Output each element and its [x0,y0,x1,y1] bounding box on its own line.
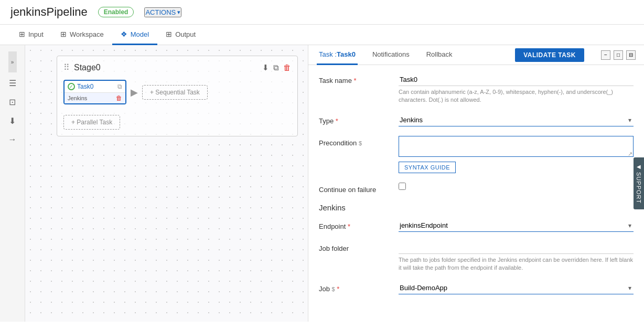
panel-notifications-label: Notifications [372,50,410,58]
model-icon: ❖ [121,30,127,38]
panel-tab-task[interactable]: Task :Task0 [317,45,358,65]
workspace-icon: ⊞ [60,30,67,38]
actions-button[interactable]: ACTIONS [144,7,181,17]
validate-task-button[interactable]: VALIDATE TASK [515,48,584,62]
endpoint-field-content: jenkinsEndpoint ▾ [399,219,634,232]
endpoint-label: Endpoint * [319,219,392,230]
job-folder-hint: The path to jobs folder specified in the… [399,256,634,272]
task-card-header: ✓ Task0 ⧉ [65,81,125,92]
job-label: Job $ * [319,282,392,293]
task-name-label: Task name * [319,73,392,84]
task-name-field-row: Task name * Can contain alphanumeric (a-… [319,73,634,104]
panel-tab-notifications[interactable]: Notifications [370,45,412,65]
task-card[interactable]: ✓ Task0 ⧉ Jenkins 🗑 [63,80,126,104]
task-row: ✓ Task0 ⧉ Jenkins 🗑 ▶ + Sequential Task [63,80,291,104]
job-select-wrapper: Build-DemoApp ▾ [399,282,634,294]
endpoint-select[interactable]: jenkinsEndpoint [399,219,634,232]
sidebar-icon-download[interactable]: ⬇ [3,112,22,129]
add-sequential-task-button[interactable]: + Sequential Task [142,85,208,100]
panel-task-ref: Task0 [337,50,356,58]
type-field-content: Jenkins ▾ [399,114,634,126]
task-card-name: Task0 [77,83,115,90]
endpoint-field-row: Endpoint * jenkinsEndpoint ▾ [319,219,634,232]
tab-input[interactable]: ⊞ Input [10,25,52,45]
continue-failure-field-row: Continue on failure [319,183,634,194]
tab-workspace[interactable]: ⊞ Workspace [52,25,112,45]
sidebar-icons: » ☰ ⊡ ⬇ → [0,45,25,322]
continue-failure-field-content [399,183,634,192]
syntax-guide-button[interactable]: SYNTAX GUIDE [399,162,456,173]
tab-output-label: Output [175,30,196,38]
panel-window-buttons: − □ ⊟ [601,50,636,60]
task-type-row: Jenkins 🗑 [65,92,125,103]
endpoint-select-wrapper: jenkinsEndpoint ▾ [399,219,634,232]
task-copy-icon[interactable]: ⧉ [117,83,122,90]
type-label: Type * [319,114,392,125]
drag-handle-icon[interactable]: ⠿ [63,62,70,72]
type-field-row: Type * Jenkins ▾ [319,114,634,126]
panel-content: Task name * Can contain alphanumeric (a-… [308,65,644,322]
continue-failure-checkbox[interactable] [399,183,406,190]
task-name-hint: Can contain alphanumeric (a-z, A-Z, 0-9)… [399,88,634,104]
job-folder-field-content: The path to jobs folder specified in the… [399,241,634,272]
panel-header: Task :Task0 Notifications Rollback VALID… [308,45,644,65]
precondition-textarea-wrapper: ↗ [399,136,634,158]
connector-arrow-icon: ▶ [131,87,138,98]
enabled-badge: Enabled [98,7,134,17]
stage-box: ⠿ Stage0 ⬇ ⧉ 🗑 ✓ Task0 ⧉ Jenkins [57,56,298,136]
pipeline-canvas: ⠿ Stage0 ⬇ ⧉ 🗑 ✓ Task0 ⧉ Jenkins [25,45,308,322]
sidebar-icon-list[interactable]: ☰ [3,75,22,91]
job-folder-input[interactable] [399,241,634,254]
stage-delete-icon[interactable]: 🗑 [283,63,291,72]
minimize-button[interactable]: − [601,50,610,60]
precondition-field-row: Precondition $ ↗ SYNTAX GUIDE [319,136,634,173]
panel-icon-button[interactable]: ⊟ [626,50,636,60]
panel-tab-task-label: Task :Task0 [319,50,356,58]
stage-header: ⠿ Stage0 ⬇ ⧉ 🗑 [63,62,291,72]
type-select[interactable]: Jenkins [399,114,634,126]
tab-workspace-label: Workspace [70,30,104,38]
input-icon: ⊞ [19,30,25,38]
precondition-label: Precondition $ [319,136,392,147]
job-field-row: Job $ * Build-DemoApp ▾ [319,282,634,294]
job-folder-field-row: Job folder The path to jobs folder speci… [319,241,634,272]
stage-title: Stage0 [74,63,258,72]
task-name-input[interactable] [399,73,634,86]
stage-download-icon[interactable]: ⬇ [262,63,269,72]
task-type-label: Jenkins [68,95,87,101]
support-tab[interactable]: ◀ SUPPORT [634,157,644,210]
sidebar-icon-arrow[interactable]: → [3,131,22,148]
precondition-textarea[interactable] [399,136,634,157]
task-delete-icon[interactable]: 🗑 [116,94,122,102]
job-field-content: Build-DemoApp ▾ [399,282,634,294]
panel-tab-rollback[interactable]: Rollback [424,45,455,65]
continue-failure-label: Continue on failure [319,183,392,194]
type-select-wrapper: Jenkins ▾ [399,114,634,126]
tab-model[interactable]: ❖ Model [112,25,157,45]
restore-button[interactable]: □ [614,50,623,60]
tab-model-label: Model [131,30,149,38]
output-icon: ⊞ [166,30,172,38]
stage-copy-icon[interactable]: ⧉ [273,63,279,72]
panel-rollback-label: Rollback [426,50,453,58]
stage-actions: ⬇ ⧉ 🗑 [262,63,291,72]
task-status-icon: ✓ [68,83,75,90]
main-tabs: ⊞ Input ⊞ Workspace ❖ Model ⊞ Output [0,25,644,45]
support-arrow-icon: ◀ [636,164,642,170]
jenkins-section-title: Jenkins [319,203,634,212]
textarea-resize-icon: ↗ [628,151,632,157]
app-title: jenkinsPipeline [10,5,88,19]
main-content: » ☰ ⊡ ⬇ → ⠿ Stage0 ⬇ ⧉ 🗑 ✓ Task0 [0,45,644,322]
right-panel: Task :Task0 Notifications Rollback VALID… [308,45,644,322]
precondition-field-content: ↗ SYNTAX GUIDE [399,136,634,173]
tab-input-label: Input [28,30,44,38]
job-folder-label: Job folder [319,241,392,252]
add-parallel-task-button[interactable]: + Parallel Task [63,115,120,130]
collapse-sidebar-button[interactable]: » [8,51,17,72]
task-name-field-content: Can contain alphanumeric (a-z, A-Z, 0-9)… [399,73,634,104]
job-select[interactable]: Build-DemoApp [399,282,634,294]
support-label: SUPPORT [636,172,642,204]
tab-output[interactable]: ⊞ Output [157,25,204,45]
app-header: jenkinsPipeline Enabled ACTIONS [0,0,644,25]
sidebar-icon-chart[interactable]: ⊡ [3,93,22,110]
